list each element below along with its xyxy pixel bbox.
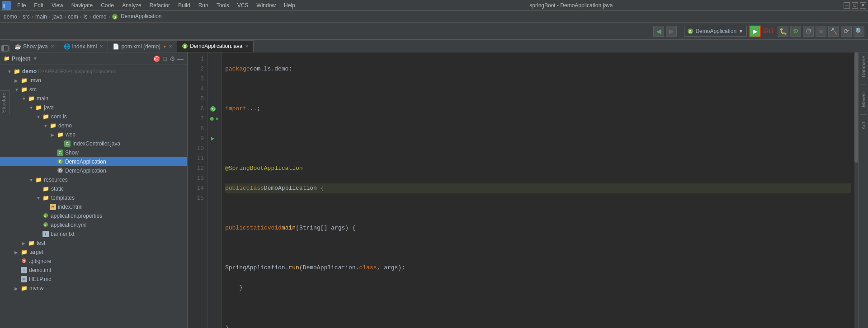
menu-analyze[interactable]: Analyze <box>118 1 145 9</box>
java-c-icon2: C <box>57 150 63 156</box>
folder-icon: 📁 <box>14 68 20 75</box>
stop-button[interactable]: ■ <box>816 26 826 37</box>
tab-close-show[interactable]: ✕ <box>51 44 54 49</box>
breadcrumb-demo[interactable]: demo <box>4 14 17 20</box>
folder-icon: 📁 <box>21 77 28 84</box>
minimize-button[interactable]: ─ <box>844 2 850 9</box>
tree-item-mvnw[interactable]: ▶ 📁 mvnw <box>0 284 187 293</box>
xml-icon: 📄 <box>113 43 119 50</box>
tab-show-java[interactable]: ☕ Show.java ✕ <box>10 40 59 52</box>
tree-item-target[interactable]: ▶ 📁 target <box>0 248 187 257</box>
tree-item-web[interactable]: ▶ 📁 web <box>0 130 187 139</box>
breadcrumb-class[interactable]: S DemoApplication <box>112 13 161 20</box>
tab-close-demo[interactable]: ✕ <box>245 44 249 49</box>
tree-item-main[interactable]: ▼ 📁 main <box>0 94 187 103</box>
debug-button[interactable]: 🐛 <box>778 26 788 37</box>
coverage-button[interactable]: ⚙ <box>790 26 801 37</box>
maven-panel-label[interactable]: Maven <box>860 90 867 109</box>
tree-item-templates-index[interactable]: H index.html <box>0 202 187 211</box>
tree-item-demo-iml[interactable]: I demo.iml <box>0 266 187 275</box>
folder-icon: 📁 <box>57 131 64 138</box>
menu-refactor[interactable]: Refactor <box>146 1 174 9</box>
locate-file-button[interactable]: 🎯 <box>153 55 160 62</box>
menu-window[interactable]: Window <box>253 1 279 9</box>
tree-item-demo-pkg[interactable]: ▼ 📁 demo <box>0 121 187 130</box>
close-button[interactable]: ✕ <box>860 2 866 9</box>
settings-icon[interactable]: ⚙ <box>170 55 175 62</box>
maximize-button[interactable]: □ <box>852 2 858 9</box>
tree-item-java[interactable]: ▼ 📁 java <box>0 103 187 112</box>
code-line-3: import ...; <box>225 104 851 114</box>
tree-item-static[interactable]: 📁 static <box>0 184 187 193</box>
tree-item-indexcontroller[interactable]: C IndexController.java <box>0 139 187 148</box>
left-panel-toggle[interactable] <box>0 45 10 52</box>
tab-close-index[interactable]: ✕ <box>99 44 103 49</box>
tab-index-html[interactable]: 🌐 index.html ✕ <box>59 40 108 52</box>
menu-tools[interactable]: Tools <box>213 1 233 9</box>
menu-run[interactable]: Run <box>195 1 212 9</box>
left-panel-structure[interactable]: Structure <box>0 90 10 115</box>
tree-item-templates[interactable]: ▼ 📁 templates <box>0 193 187 202</box>
target-folder-icon: 📁 <box>21 249 28 255</box>
navigate-back-button[interactable]: ◀ <box>653 26 664 37</box>
menu-code[interactable]: Code <box>97 1 118 9</box>
tree-item-app-yml[interactable]: a application.yml <box>0 220 187 230</box>
menu-edit[interactable]: Edit <box>30 1 47 9</box>
tree-item-show[interactable]: C Show <box>0 148 187 157</box>
breadcrumb-ls[interactable]: ls <box>84 14 88 20</box>
tree-item-gitignore[interactable]: G .gitignore <box>0 257 187 266</box>
tab-close-pom[interactable]: ✕ <box>169 44 172 49</box>
breadcrumb-src[interactable]: src <box>23 14 30 20</box>
tree-item-demoapplication-run[interactable]: D DemoApplication <box>0 166 187 175</box>
tree-item-app-props[interactable]: a application.properties <box>0 211 187 220</box>
tree-label: HELP.md <box>29 276 187 282</box>
build-button[interactable]: 🔨 <box>828 26 839 37</box>
navigate-forward-button[interactable]: ▶ <box>666 26 677 37</box>
profile-button[interactable]: ⏱ <box>803 26 814 37</box>
svg-text:S: S <box>59 159 61 164</box>
breadcrumb-demopkg[interactable]: demo <box>93 14 106 20</box>
menu-navigate[interactable]: Navigate <box>68 1 96 9</box>
tree-item-src[interactable]: ▼ 📁 src <box>0 85 187 94</box>
database-panel-label[interactable]: Database <box>860 54 867 79</box>
menu-file[interactable]: File <box>14 1 29 9</box>
sync-button[interactable]: ⟳ <box>841 26 852 37</box>
tab-demo-application[interactable]: S DemoApplication.java ✕ <box>177 40 254 52</box>
breadcrumb-main[interactable]: main <box>35 14 47 20</box>
toolbar: ◀ ▶ S DemoApplication ▼ ▶ 运行 🐛 ⚙ ⏱ ■ 🔨 ⟳… <box>0 23 868 40</box>
tree-item-comls[interactable]: ▼ 📁 com.ls <box>0 112 187 121</box>
run-button[interactable]: ▶ <box>749 25 761 37</box>
code-line-14: } <box>225 323 851 328</box>
collapse-all-button[interactable]: ⊟ <box>162 55 168 62</box>
folder-icon: 📁 <box>21 86 28 93</box>
tree-item-demo-root[interactable]: ▼ 📁 demo D:\APP\IDEAPrjoj\springBoot\dem… <box>0 67 187 76</box>
sidebar: 📁 Project ▼ 🎯 ⊟ ⚙ — ▼ 📁 demo D:\APP\IDEA… <box>0 52 188 328</box>
code-body[interactable]: package com.ls.demo; import ...; @Spring… <box>222 52 854 328</box>
tree-label: main <box>37 95 187 102</box>
structure-label[interactable]: Structure <box>0 91 7 115</box>
menu-help[interactable]: Help <box>280 1 299 9</box>
tree-label: application.yml <box>51 222 187 228</box>
tree-label: java <box>44 104 187 111</box>
menu-vcs[interactable]: VCS <box>234 1 252 9</box>
menu-build[interactable]: Build <box>175 1 194 9</box>
tree-item-mvn[interactable]: ▶ 📁 .mvn <box>0 76 187 85</box>
breadcrumb-java[interactable]: java <box>52 14 62 20</box>
tab-pom-xml[interactable]: 📄 pom.xml (demo) ● ✕ <box>108 40 177 52</box>
tree-item-demoapplication[interactable]: S DemoApplication <box>0 157 187 166</box>
breadcrumb-com[interactable]: com <box>68 14 78 20</box>
code-line-1: package com.ls.demo; <box>225 64 851 74</box>
vertical-scrollbar[interactable] <box>854 52 858 328</box>
run-config-dropdown[interactable]: S DemoApplication ▼ <box>684 26 747 37</box>
svg-marker-24 <box>211 137 214 141</box>
tree-item-resources[interactable]: ▼ 📁 resources <box>0 175 187 184</box>
minimize-panel-button[interactable]: — <box>177 55 184 62</box>
ant-panel-label[interactable]: Ant <box>860 120 867 131</box>
tree-label: DemoApplication <box>65 168 187 174</box>
tree-item-banner[interactable]: T banner.txt <box>0 230 187 239</box>
search-everywhere-button[interactable]: 🔍 <box>854 26 864 37</box>
tree-item-test[interactable]: ▶ 📁 test <box>0 239 187 248</box>
menu-view[interactable]: View <box>48 1 67 9</box>
tree-item-help-md[interactable]: M HELP.md <box>0 275 187 284</box>
tree-label: web <box>66 131 187 138</box>
